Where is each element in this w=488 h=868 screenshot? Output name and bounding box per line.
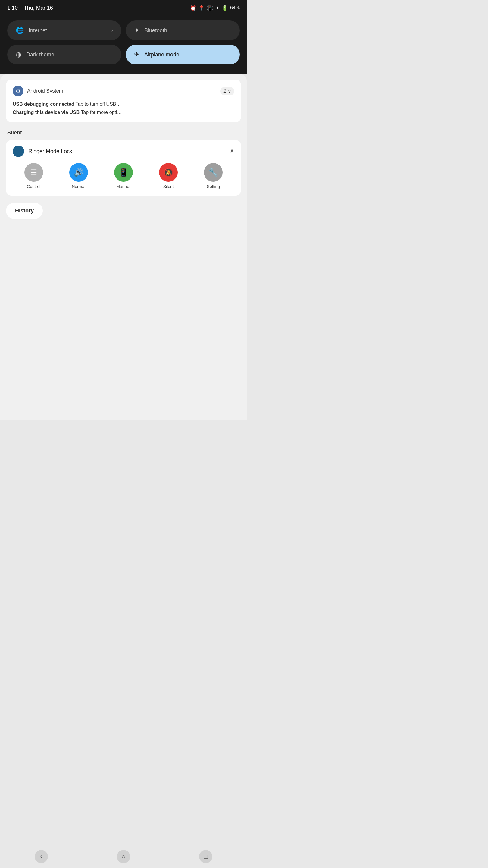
notif-line2-rest: Tap for more opti…	[79, 110, 122, 115]
quick-tiles-panel: 🌐 Internet › ✦ Bluetooth ◑ Dark theme ✈ …	[0, 16, 247, 73]
dark-theme-icon: ◑	[16, 51, 22, 59]
ringer-setting-button[interactable]: 🔧 Setting	[204, 163, 223, 189]
ringer-mode-title: Ringer Mode Lock	[28, 148, 72, 155]
time-display: 1:10	[7, 5, 18, 11]
ringer-mode-buttons: ☰ Control 🔊 Normal 📱 Manner 🔕 Silent 🔧	[13, 163, 234, 189]
airplane-mode-icon: ✈	[134, 51, 139, 59]
notif-line1-bold: USB debugging connected	[13, 101, 74, 107]
ringer-control-button[interactable]: ☰ Control	[24, 163, 43, 189]
notif-line1-rest: Tap to turn off USB…	[74, 101, 121, 107]
notif-body: USB debugging connected Tap to turn off …	[13, 100, 234, 116]
bluetooth-tile[interactable]: ✦ Bluetooth	[126, 21, 240, 40]
date-display: Thu, Mar 16	[24, 5, 53, 11]
internet-label: Internet	[29, 27, 47, 34]
notif-line1: USB debugging connected Tap to turn off …	[13, 100, 234, 108]
internet-icon: 🌐	[16, 27, 24, 34]
battery-level: 64%	[230, 5, 240, 10]
notif-header-left: ⚙ Android System	[13, 86, 63, 96]
status-icons: ⏰ 📍 📳 ✈ 🔋 64%	[190, 5, 240, 11]
bluetooth-icon: ✦	[134, 27, 139, 34]
airplane-mode-tile[interactable]: ✈ Airplane mode	[126, 44, 240, 64]
notif-app-name: Android System	[27, 88, 63, 94]
notif-header: ⚙ Android System 2 ∨	[13, 86, 234, 96]
notif-line2: Charging this device via USB Tap for mor…	[13, 108, 234, 116]
notif-chevron-icon: ∨	[228, 88, 231, 94]
silent-section-label: Silent	[6, 130, 241, 136]
android-system-notification: ⚙ Android System 2 ∨ USB debugging conne…	[6, 80, 241, 122]
notif-line2-bold: Charging this device via USB	[13, 110, 79, 115]
silent-label: Silent	[163, 184, 174, 189]
ringer-mode-card: Ringer Mode Lock ∧ ☰ Control 🔊 Normal 📱 …	[6, 140, 241, 195]
dark-theme-tile[interactable]: ◑ Dark theme	[7, 44, 121, 64]
notif-count-number: 2	[223, 88, 226, 94]
notif-count-badge[interactable]: 2 ∨	[220, 87, 234, 95]
ringer-silent-button[interactable]: 🔕 Silent	[159, 163, 178, 189]
normal-label: Normal	[72, 184, 85, 189]
notification-panel: ⚙ Android System 2 ∨ USB debugging conne…	[0, 73, 247, 420]
vibrate-icon: 📳	[207, 5, 213, 11]
ringer-collapse-icon[interactable]: ∧	[230, 147, 234, 155]
setting-icon: 🔧	[204, 163, 223, 182]
bluetooth-label: Bluetooth	[144, 27, 167, 34]
ringer-manner-button[interactable]: 📱 Manner	[114, 163, 133, 189]
dark-theme-label: Dark theme	[26, 52, 54, 58]
internet-arrow-icon: ›	[111, 27, 113, 34]
android-system-icon: ⚙	[13, 86, 24, 96]
internet-tile[interactable]: 🌐 Internet ›	[7, 21, 121, 40]
status-bar: 1:10 Thu, Mar 16 ⏰ 📍 📳 ✈ 🔋 64%	[0, 0, 247, 16]
setting-label: Setting	[207, 184, 220, 189]
silent-icon: 🔕	[159, 163, 178, 182]
history-button[interactable]: History	[6, 203, 43, 219]
ringer-dot-icon	[13, 146, 24, 157]
airplane-mode-label: Airplane mode	[144, 52, 179, 58]
normal-icon: 🔊	[69, 163, 88, 182]
ringer-normal-button[interactable]: 🔊 Normal	[69, 163, 88, 189]
manner-icon: 📱	[114, 163, 133, 182]
status-time: 1:10 Thu, Mar 16	[7, 5, 53, 11]
location-icon: 📍	[198, 5, 204, 11]
battery-icon: 🔋	[222, 5, 228, 11]
airplane-status-icon: ✈	[216, 5, 219, 11]
control-icon: ☰	[24, 163, 43, 182]
ringer-header-left: Ringer Mode Lock	[13, 146, 72, 157]
ringer-header: Ringer Mode Lock ∧	[13, 146, 234, 157]
manner-label: Manner	[116, 184, 130, 189]
alarm-icon: ⏰	[190, 5, 196, 11]
control-label: Control	[27, 184, 40, 189]
